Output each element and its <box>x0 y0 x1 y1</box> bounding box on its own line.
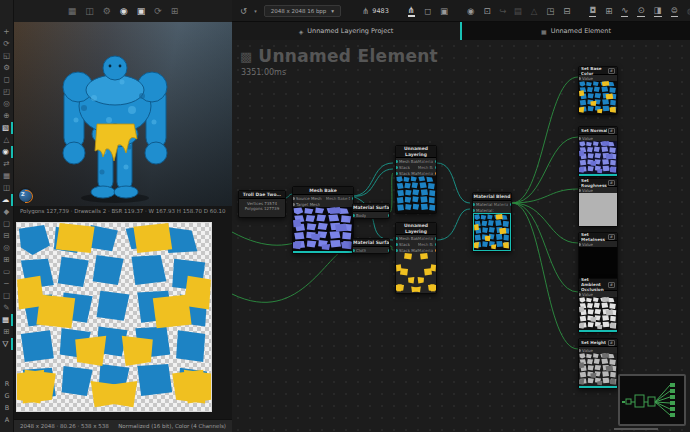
view-3d-icon[interactable]: ◻ <box>424 6 431 16</box>
marquee-select-icon[interactable]: ▧ <box>0 122 13 134</box>
settings-icon[interactable]: ⚙ <box>0 62 13 74</box>
wave-icon[interactable]: ∿ <box>621 5 628 17</box>
input-pin[interactable] <box>579 189 581 192</box>
input-pin[interactable] <box>579 137 581 140</box>
canvas-scrollbar[interactable] <box>614 428 658 430</box>
move-tool-icon[interactable]: + <box>0 26 13 38</box>
clipboard-icon[interactable]: ⊟ <box>0 230 13 242</box>
undo-caret-icon[interactable]: ▾ <box>254 8 257 14</box>
output-pin[interactable] <box>435 249 437 252</box>
output-pin[interactable] <box>352 197 354 200</box>
node-troll-mesh[interactable]: Troll Dae Two… Vertices 73574 Polygons 1… <box>238 190 286 218</box>
texture-view-icon[interactable]: ▣ <box>137 6 146 16</box>
globe-icon[interactable]: ⊜ <box>671 5 678 17</box>
input-pin[interactable] <box>473 209 475 212</box>
sphere-view-icon[interactable]: ◉ <box>120 6 128 16</box>
rotate-tool-icon[interactable]: ⟳ <box>0 38 13 50</box>
node-set-height[interactable]: Set Height # Value <box>578 338 618 389</box>
output-pin[interactable] <box>435 172 437 175</box>
output-pin[interactable] <box>435 160 437 163</box>
ambient-occlusion-thumbnail[interactable] <box>579 297 617 330</box>
output-pin[interactable] <box>435 243 437 246</box>
normal-thumbnail[interactable] <box>579 141 617 174</box>
input-pin[interactable] <box>579 77 581 80</box>
texture-2d-view[interactable] <box>16 222 212 412</box>
view-2d-icon[interactable]: ▣ <box>440 6 448 16</box>
node-material-surface-body[interactable]: Material Surfa… Body <box>352 203 390 219</box>
input-pin[interactable] <box>396 166 398 169</box>
blend-thumbnail[interactable] <box>474 214 510 250</box>
output-pin[interactable] <box>435 166 437 169</box>
node-set-roughness[interactable]: Set Roughness # Value <box>578 178 618 227</box>
server-icon[interactable]: ▤ <box>514 6 522 16</box>
metalness-thumbnail[interactable] <box>579 247 617 280</box>
table-view-icon[interactable]: ▦ <box>68 6 77 16</box>
undo-icon[interactable]: ↺ <box>240 6 247 16</box>
input-pin[interactable] <box>396 243 398 246</box>
mesh-bake-thumbnail[interactable] <box>293 207 353 251</box>
resolution-dropdown[interactable]: 2048 x 2048 16 bpp ▾ <box>264 5 341 17</box>
gem-icon[interactable]: ◆ <box>0 206 13 218</box>
grid-icon[interactable]: ▦ <box>0 170 13 182</box>
cloud-icon[interactable]: ☁ <box>0 194 13 206</box>
uv-grid-icon[interactable]: ▦ <box>0 314 13 326</box>
graph-minimap[interactable] <box>618 374 686 426</box>
save-icon[interactable]: ⊡ <box>483 6 490 16</box>
input-pin[interactable] <box>396 237 398 240</box>
node-layering-project-2[interactable]: Unnamed Layering Project Mesh Bake Data … <box>395 222 437 294</box>
hierarchy-icon[interactable]: △ <box>531 6 538 16</box>
visibility-icon[interactable]: ◉ <box>0 146 13 158</box>
input-pin[interactable] <box>579 293 581 296</box>
layering2-thumbnail[interactable] <box>396 253 436 293</box>
scale-tool-icon[interactable]: ◱ <box>0 50 13 62</box>
output-pin[interactable] <box>510 203 512 206</box>
bounds-icon[interactable]: ◰ <box>0 86 13 98</box>
input-pin[interactable] <box>396 249 398 252</box>
lock-icon[interactable]: ◘ <box>589 5 596 17</box>
node-set-normal[interactable]: Set Normal # Value <box>578 126 618 177</box>
roughness-thumbnail[interactable] <box>579 193 617 226</box>
input-pin[interactable] <box>353 214 355 217</box>
tiles-icon[interactable]: ⊞ <box>0 254 13 266</box>
input-pin[interactable] <box>293 203 295 206</box>
node-set-base-color[interactable]: Set Base Color # Value <box>578 66 618 115</box>
tab-unnamed-element[interactable]: ▦ Unnamed Element <box>460 22 690 40</box>
channel-b[interactable]: B <box>1 402 14 414</box>
height-thumbnail[interactable] <box>579 353 617 386</box>
node-set-metalness[interactable]: Set Metalness # Value <box>578 232 618 283</box>
node-mesh-bake[interactable]: Mesh Bake Source Mesh Mesh Bake Data Tar… <box>292 186 354 254</box>
view-nodegraph-icon[interactable]: ⋔ <box>408 5 415 17</box>
input-pin[interactable] <box>473 203 475 206</box>
frame-icon[interactable]: ◻ <box>0 74 13 86</box>
output-pin[interactable] <box>388 214 390 217</box>
bar-icon[interactable]: ▭ <box>0 266 13 278</box>
quad-grid-icon[interactable]: ⊞ <box>0 326 13 338</box>
channel-r[interactable]: R <box>1 378 14 390</box>
square-icon[interactable]: □ <box>0 290 13 302</box>
image-mode-icon[interactable]: ◨ <box>654 5 662 17</box>
input-pin[interactable] <box>396 160 398 163</box>
timeline-icon[interactable]: ⊟ <box>563 6 570 16</box>
output-pin[interactable] <box>435 237 437 240</box>
image-view-icon[interactable]: ◫ <box>85 6 94 16</box>
box-icon[interactable]: ▢ <box>0 218 13 230</box>
tab-layering-project[interactable]: ◈ Unnamed Layering Project <box>232 22 460 40</box>
node-material-surface-cloth[interactable]: Material Surfa… Cloth <box>352 238 390 254</box>
target-icon[interactable]: ◎ <box>0 98 13 110</box>
orientation-gizmo[interactable]: Z <box>19 189 32 202</box>
layout-icon[interactable]: ◳ <box>546 6 554 16</box>
3d-viewport[interactable]: Z <box>14 22 232 206</box>
input-pin[interactable] <box>396 172 398 175</box>
record-icon[interactable]: ◉ <box>467 6 474 16</box>
input-pin[interactable] <box>579 349 581 352</box>
focus-icon[interactable]: ◎ <box>0 242 13 254</box>
swap-icon[interactable]: ⇄ <box>0 158 13 170</box>
number-icon[interactable]: ⊞ <box>605 6 612 16</box>
node-set-ambient-occlusion[interactable]: Set Ambient Occlusion # Value <box>578 278 618 333</box>
input-pin[interactable] <box>293 197 295 200</box>
add-icon[interactable]: ⊕ <box>0 110 13 122</box>
pen-icon[interactable]: ✎ <box>0 302 13 314</box>
minus-icon[interactable]: − <box>0 278 13 290</box>
base-color-thumbnail[interactable] <box>579 81 617 114</box>
node-material-blend[interactable]: Material Blend Material 1 Material Mater… <box>472 192 512 252</box>
